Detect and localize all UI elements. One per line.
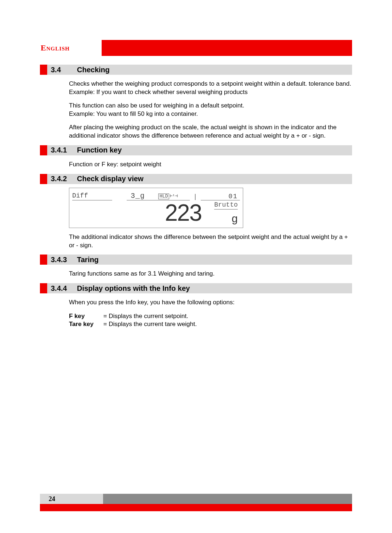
paragraph: Taring functions same as for 3.1 Weighin… [40, 270, 352, 278]
heading-title: Taring [77, 256, 99, 264]
language-label: English [40, 40, 70, 56]
option-key: F key [69, 313, 102, 320]
heading-title: Function key [77, 146, 122, 154]
heading-grey-bar: 3.4.1 Function key [47, 145, 352, 155]
lcd-diff-label: Diff [72, 192, 112, 200]
heading-title: Check display view [77, 175, 143, 183]
lcd-main-row: 223 Brutto g [72, 201, 240, 225]
heading-red-marker [40, 174, 47, 184]
heading-red-marker [40, 65, 47, 75]
footer-page-cell: 24 [40, 494, 103, 504]
lcd-hld-box: HLD [158, 194, 169, 199]
heading-number: 3.4 [51, 66, 77, 74]
lcd-unit: g [209, 212, 238, 225]
heading-3-4-3: 3.4.3 Taring [40, 255, 352, 265]
section-3-4-3: 3.4.3 Taring Taring functions same as fo… [40, 255, 352, 278]
heading-title: Display options with the Info key [77, 284, 190, 293]
section-3-4: 3.4 Checking Checks whether the weighing… [40, 65, 352, 140]
lcd-display-figure: Diff 3_g HLD ⊢¹⊣ | 01 223 Brutto g [69, 188, 243, 228]
heading-3-4: 3.4 Checking [40, 65, 352, 75]
heading-number: 3.4.3 [51, 256, 77, 264]
paragraph: Function or F key: setpoint weight [40, 160, 352, 169]
lcd-hld-group: HLD ⊢¹⊣ [146, 194, 190, 200]
option-row: Tare key = Displays the current tare wei… [40, 321, 352, 328]
heading-3-4-4: 3.4.4 Display options with the Info key [40, 283, 352, 293]
footer: 24 [40, 494, 352, 511]
header-bar: English [40, 40, 352, 56]
option-row: F key = Displays the current setpoint. [40, 313, 352, 320]
paragraph: The additional indicator shows the diffe… [40, 233, 352, 250]
lcd-range-marker: ⊢¹⊣ [170, 193, 178, 199]
heading-3-4-1: 3.4.1 Function key [40, 145, 352, 155]
footer-bar: 24 [40, 494, 352, 504]
heading-red-marker [40, 283, 47, 293]
paragraph: Checks whether the weighing product corr… [40, 80, 352, 97]
heading-grey-bar: 3.4.3 Taring [47, 255, 352, 265]
heading-3-4-2: 3.4.2 Check display view [40, 174, 352, 184]
heading-grey-bar: 3.4 Checking [47, 65, 352, 75]
lcd-main-value: 223 [127, 201, 209, 224]
heading-title: Checking [77, 66, 110, 74]
heading-red-marker [40, 255, 47, 265]
manual-page: English 3.4 Checking Checks whether the … [0, 0, 392, 533]
heading-grey-bar: 3.4.2 Check display view [47, 174, 352, 184]
page-number: 24 [49, 495, 55, 503]
lcd-small-value: 3_g [127, 192, 146, 200]
heading-number: 3.4.4 [51, 284, 77, 293]
heading-grey-bar: 3.4.4 Display options with the Info key [47, 283, 352, 293]
footer-red-strip [40, 504, 352, 511]
lcd-brutto-label: Brutto [214, 201, 238, 209]
section-3-4-1: 3.4.1 Function key Function or F key: se… [40, 145, 352, 169]
heading-red-marker [40, 145, 47, 155]
paragraph: This function can also be used for weigh… [40, 102, 352, 118]
heading-number: 3.4.1 [51, 146, 77, 154]
section-3-4-2: 3.4.2 Check display view Diff 3_g HLD ⊢¹… [40, 174, 352, 250]
paragraph: After placing the weighing product on th… [40, 123, 352, 140]
lcd-separator: | [190, 193, 201, 200]
footer-grey-strip [103, 494, 352, 504]
lcd-index: 01 [201, 193, 240, 200]
lcd-top-row: Diff 3_g HLD ⊢¹⊣ | 01 [72, 190, 240, 200]
heading-number: 3.4.2 [51, 175, 77, 183]
section-3-4-4: 3.4.4 Display options with the Info key … [40, 283, 352, 328]
paragraph: When you press the Info key, you have th… [40, 298, 352, 307]
option-desc: = Displays the current setpoint. [103, 313, 188, 320]
option-key: Tare key [69, 321, 102, 328]
option-desc: = Displays the current tare weight. [103, 321, 197, 327]
